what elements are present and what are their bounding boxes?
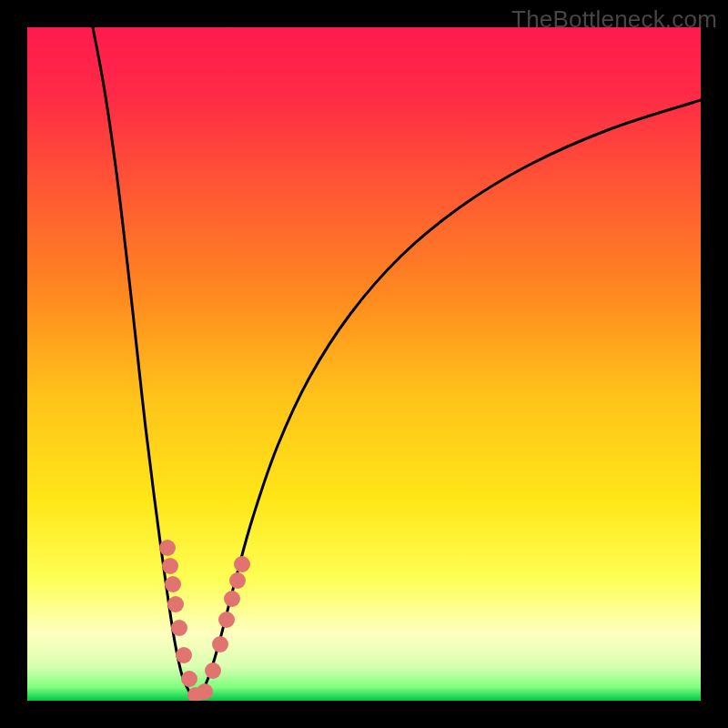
marker-dot (159, 540, 176, 556)
curve-right-branch (196, 100, 701, 699)
marker-dot (176, 647, 192, 663)
marker-dot (212, 636, 228, 652)
chart-frame: TheBottleneck.com (0, 0, 728, 728)
marker-dot (162, 558, 178, 574)
marker-dot (197, 683, 213, 700)
curve-layer (27, 27, 701, 701)
marker-dot (167, 596, 184, 612)
marker-dot (218, 612, 235, 628)
marker-dot (234, 556, 250, 572)
marker-dot (229, 572, 246, 589)
marker-dot (205, 662, 221, 679)
marker-dot (165, 576, 181, 592)
plot-area (27, 27, 701, 701)
marker-dot (181, 671, 197, 687)
marker-dot (224, 591, 240, 607)
marker-dot (171, 620, 187, 636)
